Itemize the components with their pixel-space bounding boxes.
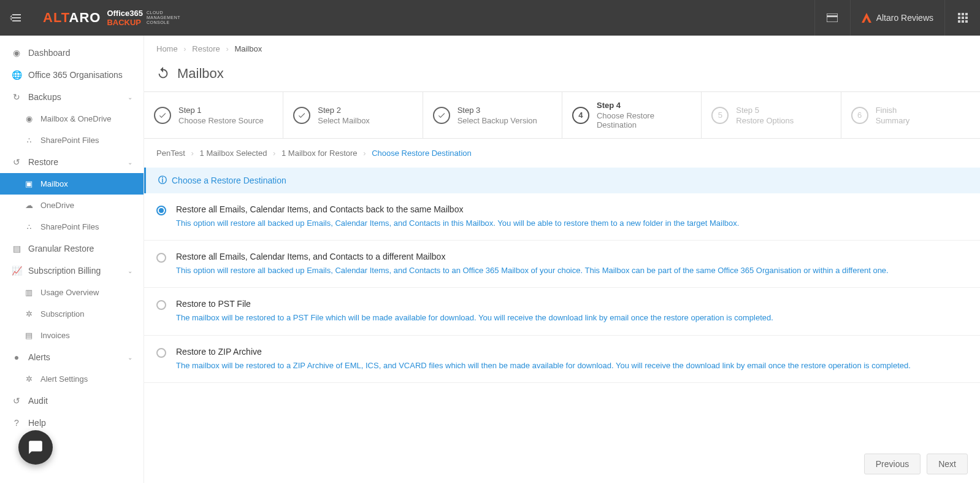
user-circle-icon: ◉ xyxy=(23,114,34,123)
restore-option-1[interactable]: Restore all Emails, Calendar Items, and … xyxy=(144,241,980,288)
sidebar-item-alert-settings[interactable]: ✲Alert Settings xyxy=(0,368,144,390)
chat-icon xyxy=(28,439,44,455)
restore-option-2[interactable]: Restore to PST FileThe mailbox will be r… xyxy=(144,288,980,335)
footer-bar: Previous Next xyxy=(144,445,980,483)
sidebar-item-label: SharePoint Files xyxy=(40,222,99,231)
sidebar-item-label: Subscription Billing xyxy=(28,266,101,276)
sitemap-icon: ⛬ xyxy=(23,136,34,145)
radio-button[interactable] xyxy=(156,206,166,215)
sidebar-item-audit[interactable]: ↺Audit xyxy=(0,390,144,412)
sidebar-item-granular-restore[interactable]: ▤Granular Restore xyxy=(0,238,144,260)
breadcrumb-current: Mailbox xyxy=(234,44,262,53)
wizard-steps: Step 1Choose Restore SourceStep 2Select … xyxy=(144,91,980,139)
radio-button[interactable] xyxy=(156,348,166,358)
radio-button[interactable] xyxy=(156,253,166,263)
logo-tagline: CLOUD MANAGEMENT CONSOLE xyxy=(147,10,180,25)
wizard-step-4: 4Step 4Choose Restore Destination xyxy=(562,92,702,138)
svg-rect-3 xyxy=(962,13,964,15)
breadcrumb-restore[interactable]: Restore xyxy=(192,44,220,53)
sidebar-item-label: Backups xyxy=(28,92,61,102)
restore-option-3[interactable]: Restore to ZIP ArchiveThe mailbox will b… xyxy=(144,336,980,383)
topbar-card-button[interactable] xyxy=(814,0,850,36)
svg-rect-5 xyxy=(958,17,960,19)
user-label: Altaro Reviews xyxy=(876,13,933,23)
step-number-icon: 6 xyxy=(851,107,868,124)
option-description: The mailbox will be restored to a PST Fi… xyxy=(176,312,968,323)
sidebar-item-label: SharePoint Files xyxy=(40,136,99,145)
sidebar-item-label: Office 365 Organisations xyxy=(28,70,123,80)
wizard-step-2[interactable]: Step 2Select Mailbox xyxy=(283,92,423,138)
restore-options: Restore all Emails, Calendar Items, and … xyxy=(144,193,980,383)
svg-rect-1 xyxy=(827,15,838,17)
chevron-down-icon: ⌄ xyxy=(128,268,132,274)
option-description: This option will restore all backed up E… xyxy=(176,265,968,276)
step-sublabel: Select Backup Version xyxy=(457,116,537,125)
check-icon xyxy=(433,107,450,124)
exclaim-icon: ● xyxy=(11,352,22,362)
logo[interactable]: ALTARO Office365 BACKUP CLOUD MANAGEMENT… xyxy=(31,9,180,27)
previous-button[interactable]: Previous xyxy=(864,454,921,474)
wizard-step-6: 6FinishSummary xyxy=(841,92,980,138)
undo-icon xyxy=(156,66,170,82)
sidebar-item-restore[interactable]: ↺Restore⌄ xyxy=(0,151,144,173)
cloud-icon: ☁ xyxy=(23,201,34,210)
sitemap-icon: ⛬ xyxy=(23,222,34,231)
menu-toggle-button[interactable] xyxy=(0,0,31,36)
main-content: Home › Restore › Mailbox Mailbox Step 1C… xyxy=(144,36,980,483)
topbar-apps-button[interactable] xyxy=(944,0,980,36)
option-title: Restore to PST File xyxy=(176,299,968,309)
restore-option-0[interactable]: Restore all Emails, Calendar Items, and … xyxy=(144,193,980,241)
bar-chart-icon: ▥ xyxy=(23,288,34,297)
sidebar-item-office-365-organisations[interactable]: 🌐Office 365 Organisations xyxy=(0,64,144,86)
undo-icon: ↺ xyxy=(11,157,22,167)
info-banner: ⓘ Choose a Restore Destination xyxy=(144,168,980,193)
step-sublabel: Restore Options xyxy=(736,116,794,125)
sidebar-item-subscription[interactable]: ✲Subscription xyxy=(0,303,144,325)
document-icon: ▤ xyxy=(23,331,34,340)
breadcrumb-home[interactable]: Home xyxy=(156,44,178,53)
user-menu[interactable]: Altaro Reviews xyxy=(850,0,944,36)
sidebar-item-usage-overview[interactable]: ▥Usage Overview xyxy=(0,282,144,303)
sidebar-item-label: Audit xyxy=(28,396,48,406)
chat-button[interactable] xyxy=(18,430,53,465)
option-description: This option will restore all backed up E… xyxy=(176,218,968,229)
step-number-icon: 4 xyxy=(572,107,589,124)
sidebar-item-onedrive[interactable]: ☁OneDrive xyxy=(0,195,144,216)
wizard-step-5: 5Step 5Restore Options xyxy=(702,92,841,138)
svg-rect-8 xyxy=(958,20,960,23)
sidebar-item-sharepoint-files[interactable]: ⛬SharePoint Files xyxy=(0,216,144,238)
sidebar-item-mailbox-onedrive[interactable]: ◉Mailbox & OneDrive xyxy=(0,108,144,129)
sidebar-item-label: Mailbox xyxy=(40,179,68,188)
sidebar-item-alerts[interactable]: ●Alerts⌄ xyxy=(0,346,144,368)
question-icon: ? xyxy=(11,418,22,428)
check-icon xyxy=(154,107,171,124)
wizard-step-3[interactable]: Step 3Select Backup Version xyxy=(423,92,562,138)
option-title: Restore all Emails, Calendar Items, and … xyxy=(176,204,968,214)
wizard-step-1[interactable]: Step 1Choose Restore Source xyxy=(144,92,283,138)
step-label: Step 2 xyxy=(318,106,370,115)
sidebar-item-label: OneDrive xyxy=(40,201,74,210)
step-label: Finish xyxy=(876,106,910,115)
sidebar-item-mailbox[interactable]: ▣Mailbox xyxy=(0,173,144,195)
chevron-down-icon: ⌄ xyxy=(128,94,132,101)
next-button[interactable]: Next xyxy=(927,454,968,474)
sidebar-item-dashboard[interactable]: ◉Dashboard xyxy=(0,42,144,64)
sidebar-item-help[interactable]: ?Help xyxy=(0,412,144,434)
sidebar-item-backups[interactable]: ↻Backups⌄ xyxy=(0,86,144,108)
sidebar-item-invoices[interactable]: ▤Invoices xyxy=(0,325,144,346)
option-description: The mailbox will be restored to a ZIP Ar… xyxy=(176,360,968,371)
sidebar-item-label: Alerts xyxy=(28,352,50,362)
info-icon: ⓘ xyxy=(158,175,167,186)
breadcrumb: Home › Restore › Mailbox xyxy=(144,36,980,62)
svg-rect-4 xyxy=(965,13,968,15)
sidebar-item-subscription-billing[interactable]: 📈Subscription Billing⌄ xyxy=(0,260,144,282)
chart-icon: 📈 xyxy=(11,266,22,276)
gear-icon: ✲ xyxy=(23,309,34,319)
sidebar-item-sharepoint-files[interactable]: ⛬SharePoint Files xyxy=(0,129,144,151)
radio-button[interactable] xyxy=(156,300,166,310)
step-sublabel: Select Mailbox xyxy=(318,116,370,125)
card-icon xyxy=(827,14,838,22)
sidebar-item-label: Help xyxy=(28,418,46,428)
archive-icon: ▣ xyxy=(23,179,34,188)
option-title: Restore to ZIP Archive xyxy=(176,347,968,357)
